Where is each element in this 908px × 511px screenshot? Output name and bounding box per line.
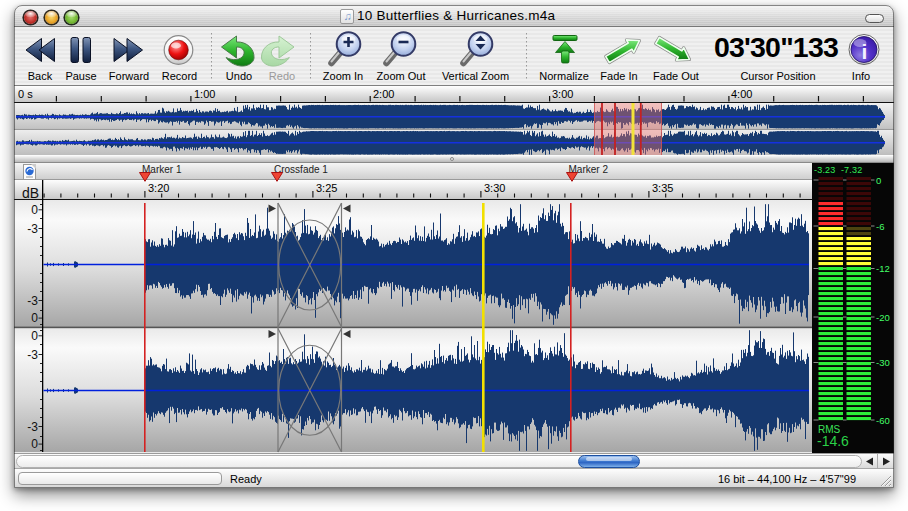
svg-text:i: i: [862, 40, 868, 63]
